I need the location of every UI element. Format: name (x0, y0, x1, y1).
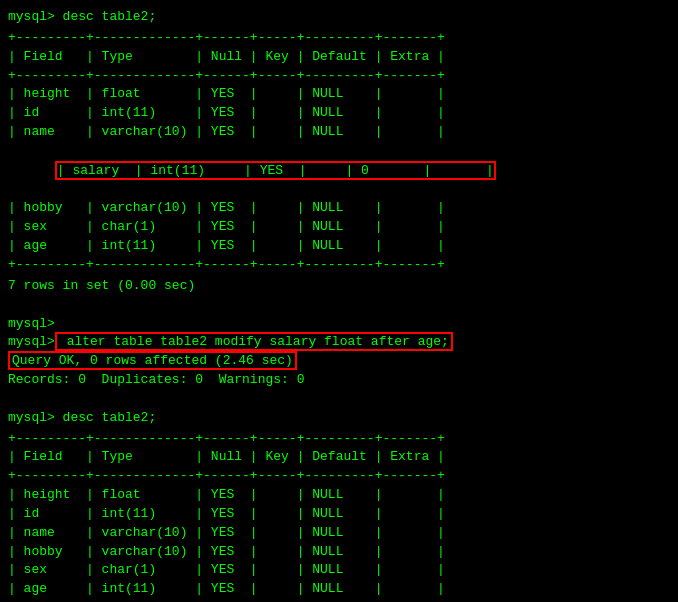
prompt2: mysql> (8, 316, 55, 331)
separator5: +---------+-------------+------+-----+--… (8, 467, 670, 486)
count1: 7 rows in set (0.00 sec) (8, 277, 670, 296)
table2: +---------+-------------+------+-----+--… (8, 430, 670, 602)
row-height1: | height | float | YES | | NULL | | (8, 85, 670, 104)
header1: | Field | Type | Null | Key | Default | … (8, 48, 670, 67)
line-alter: mysql> alter table table2 modify salary … (8, 333, 670, 352)
row-name1: | name | varchar(10) | YES | | NULL | | (8, 123, 670, 142)
line-desc1: mysql> desc table2; (8, 8, 670, 27)
row-age1: | age | int(11) | YES | | NULL | | (8, 237, 670, 256)
row-id1: | id | int(11) | YES | | NULL | | (8, 104, 670, 123)
row-sex2: | sex | char(1) | YES | | NULL | | (8, 561, 670, 580)
row-id2: | id | int(11) | YES | | NULL | | (8, 505, 670, 524)
row-age2: | age | int(11) | YES | | NULL | | (8, 580, 670, 599)
row-height2: | height | float | YES | | NULL | | (8, 486, 670, 505)
header2: | Field | Type | Null | Key | Default | … (8, 448, 670, 467)
separator1: +---------+-------------+------+-----+--… (8, 29, 670, 48)
row-name2: | name | varchar(10) | YES | | NULL | | (8, 524, 670, 543)
salary-highlight1: | salary | int(11) | YES | | 0 | | (55, 161, 496, 181)
line-prompt2: mysql> (8, 315, 670, 334)
separator3: +---------+-------------+------+-----+--… (8, 256, 670, 275)
row-hobby1: | hobby | varchar(10) | YES | | NULL | | (8, 199, 670, 218)
blank2 (8, 390, 670, 409)
row-salary1: | salary | int(11) | YES | | 0 | | (8, 142, 670, 200)
prompt4: mysql> (8, 410, 63, 425)
row-hobby2: | hobby | varchar(10) | YES | | NULL | | (8, 543, 670, 562)
terminal: mysql> desc table2; +---------+---------… (8, 8, 670, 602)
query-ok: Query OK, 0 rows affected (2.46 sec) (8, 352, 670, 371)
separator4: +---------+-------------+------+-----+--… (8, 430, 670, 449)
query-ok-highlight: Query OK, 0 rows affected (2.46 sec) (8, 351, 297, 370)
row-sex1: | sex | char(1) | YES | | NULL | | (8, 218, 670, 237)
prompt1: mysql> (8, 9, 63, 24)
alter-cmd-highlight: alter table table2 modify salary float a… (55, 332, 453, 351)
records: Records: 0 Duplicates: 0 Warnings: 0 (8, 371, 670, 390)
prompt3: mysql> (8, 334, 55, 349)
blank1 (8, 296, 670, 315)
table1: +---------+-------------+------+-----+--… (8, 29, 670, 275)
line-desc2: mysql> desc table2; (8, 409, 670, 428)
separator2: +---------+-------------+------+-----+--… (8, 67, 670, 86)
